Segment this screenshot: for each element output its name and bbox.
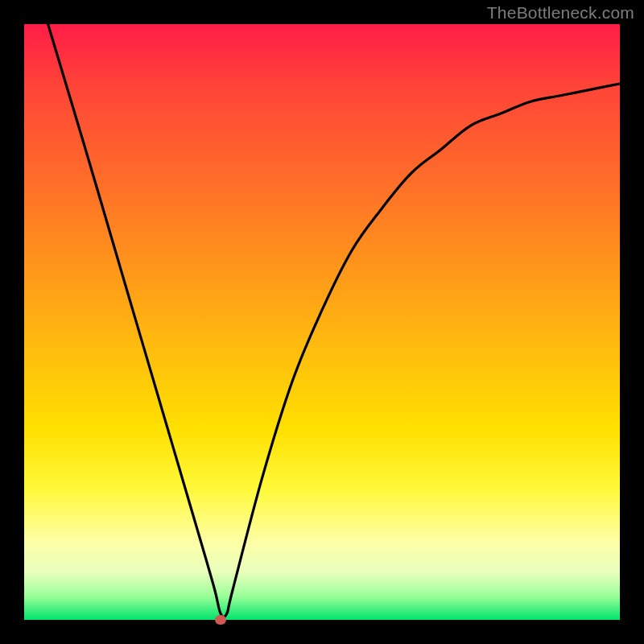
- plot-area: [24, 24, 620, 620]
- minimum-marker-icon: [215, 615, 226, 625]
- watermark-text: TheBottleneck.com: [487, 3, 634, 23]
- curve-svg: [24, 24, 620, 620]
- bottleneck-curve: [48, 24, 620, 617]
- chart-stage: TheBottleneck.com: [0, 0, 644, 644]
